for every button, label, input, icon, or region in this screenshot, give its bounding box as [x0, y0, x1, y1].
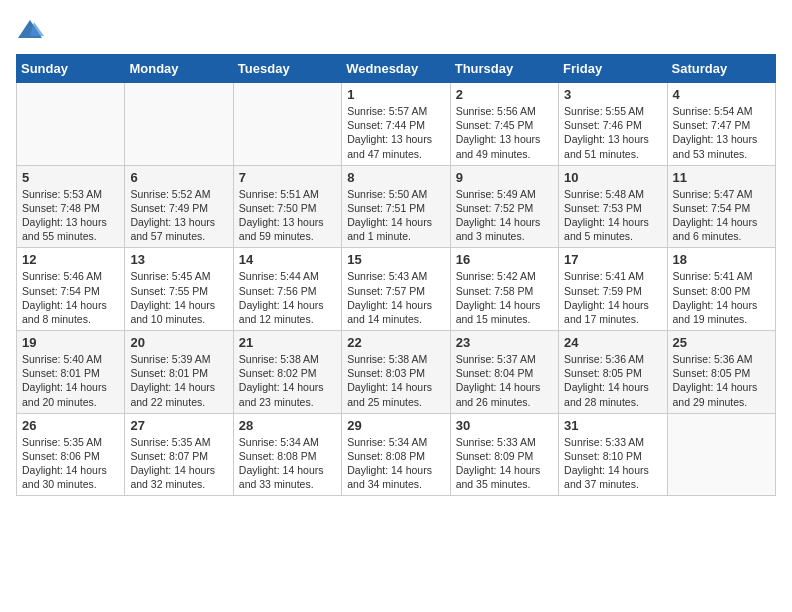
calendar-cell: 21Sunrise: 5:38 AM Sunset: 8:02 PM Dayli…: [233, 331, 341, 414]
day-info: Sunrise: 5:40 AM Sunset: 8:01 PM Dayligh…: [22, 352, 119, 409]
calendar-cell: 22Sunrise: 5:38 AM Sunset: 8:03 PM Dayli…: [342, 331, 450, 414]
day-number: 10: [564, 170, 661, 185]
day-number: 20: [130, 335, 227, 350]
calendar-week-row: 5Sunrise: 5:53 AM Sunset: 7:48 PM Daylig…: [17, 165, 776, 248]
day-number: 12: [22, 252, 119, 267]
calendar-cell: 30Sunrise: 5:33 AM Sunset: 8:09 PM Dayli…: [450, 413, 558, 496]
day-number: 9: [456, 170, 553, 185]
weekday-header-wednesday: Wednesday: [342, 55, 450, 83]
day-number: 16: [456, 252, 553, 267]
weekday-header-saturday: Saturday: [667, 55, 775, 83]
day-number: 2: [456, 87, 553, 102]
weekday-header-row: SundayMondayTuesdayWednesdayThursdayFrid…: [17, 55, 776, 83]
calendar-cell: 12Sunrise: 5:46 AM Sunset: 7:54 PM Dayli…: [17, 248, 125, 331]
day-info: Sunrise: 5:43 AM Sunset: 7:57 PM Dayligh…: [347, 269, 444, 326]
day-info: Sunrise: 5:35 AM Sunset: 8:06 PM Dayligh…: [22, 435, 119, 492]
day-number: 8: [347, 170, 444, 185]
day-number: 25: [673, 335, 770, 350]
calendar-cell: 1Sunrise: 5:57 AM Sunset: 7:44 PM Daylig…: [342, 83, 450, 166]
calendar-cell: 20Sunrise: 5:39 AM Sunset: 8:01 PM Dayli…: [125, 331, 233, 414]
day-info: Sunrise: 5:44 AM Sunset: 7:56 PM Dayligh…: [239, 269, 336, 326]
day-number: 24: [564, 335, 661, 350]
calendar-cell: [125, 83, 233, 166]
day-info: Sunrise: 5:52 AM Sunset: 7:49 PM Dayligh…: [130, 187, 227, 244]
day-number: 7: [239, 170, 336, 185]
calendar: SundayMondayTuesdayWednesdayThursdayFrid…: [16, 54, 776, 496]
weekday-header-sunday: Sunday: [17, 55, 125, 83]
calendar-cell: 19Sunrise: 5:40 AM Sunset: 8:01 PM Dayli…: [17, 331, 125, 414]
calendar-cell: 7Sunrise: 5:51 AM Sunset: 7:50 PM Daylig…: [233, 165, 341, 248]
day-number: 5: [22, 170, 119, 185]
day-number: 17: [564, 252, 661, 267]
day-info: Sunrise: 5:42 AM Sunset: 7:58 PM Dayligh…: [456, 269, 553, 326]
day-info: Sunrise: 5:41 AM Sunset: 8:00 PM Dayligh…: [673, 269, 770, 326]
calendar-cell: 26Sunrise: 5:35 AM Sunset: 8:06 PM Dayli…: [17, 413, 125, 496]
weekday-header-thursday: Thursday: [450, 55, 558, 83]
calendar-cell: 16Sunrise: 5:42 AM Sunset: 7:58 PM Dayli…: [450, 248, 558, 331]
day-info: Sunrise: 5:50 AM Sunset: 7:51 PM Dayligh…: [347, 187, 444, 244]
day-number: 27: [130, 418, 227, 433]
calendar-cell: [17, 83, 125, 166]
day-info: Sunrise: 5:33 AM Sunset: 8:09 PM Dayligh…: [456, 435, 553, 492]
calendar-cell: 3Sunrise: 5:55 AM Sunset: 7:46 PM Daylig…: [559, 83, 667, 166]
day-info: Sunrise: 5:45 AM Sunset: 7:55 PM Dayligh…: [130, 269, 227, 326]
page-header: [16, 16, 776, 44]
day-number: 26: [22, 418, 119, 433]
logo: [16, 16, 48, 44]
day-number: 28: [239, 418, 336, 433]
calendar-cell: 23Sunrise: 5:37 AM Sunset: 8:04 PM Dayli…: [450, 331, 558, 414]
calendar-week-row: 19Sunrise: 5:40 AM Sunset: 8:01 PM Dayli…: [17, 331, 776, 414]
calendar-week-row: 26Sunrise: 5:35 AM Sunset: 8:06 PM Dayli…: [17, 413, 776, 496]
day-info: Sunrise: 5:41 AM Sunset: 7:59 PM Dayligh…: [564, 269, 661, 326]
day-number: 19: [22, 335, 119, 350]
calendar-cell: 25Sunrise: 5:36 AM Sunset: 8:05 PM Dayli…: [667, 331, 775, 414]
calendar-cell: 28Sunrise: 5:34 AM Sunset: 8:08 PM Dayli…: [233, 413, 341, 496]
calendar-cell: 8Sunrise: 5:50 AM Sunset: 7:51 PM Daylig…: [342, 165, 450, 248]
calendar-cell: 6Sunrise: 5:52 AM Sunset: 7:49 PM Daylig…: [125, 165, 233, 248]
day-number: 1: [347, 87, 444, 102]
day-info: Sunrise: 5:34 AM Sunset: 8:08 PM Dayligh…: [239, 435, 336, 492]
weekday-header-monday: Monday: [125, 55, 233, 83]
day-info: Sunrise: 5:53 AM Sunset: 7:48 PM Dayligh…: [22, 187, 119, 244]
day-info: Sunrise: 5:55 AM Sunset: 7:46 PM Dayligh…: [564, 104, 661, 161]
weekday-header-tuesday: Tuesday: [233, 55, 341, 83]
day-number: 22: [347, 335, 444, 350]
day-info: Sunrise: 5:39 AM Sunset: 8:01 PM Dayligh…: [130, 352, 227, 409]
day-number: 6: [130, 170, 227, 185]
day-info: Sunrise: 5:35 AM Sunset: 8:07 PM Dayligh…: [130, 435, 227, 492]
day-info: Sunrise: 5:47 AM Sunset: 7:54 PM Dayligh…: [673, 187, 770, 244]
calendar-cell: 31Sunrise: 5:33 AM Sunset: 8:10 PM Dayli…: [559, 413, 667, 496]
calendar-cell: 27Sunrise: 5:35 AM Sunset: 8:07 PM Dayli…: [125, 413, 233, 496]
day-number: 30: [456, 418, 553, 433]
calendar-week-row: 1Sunrise: 5:57 AM Sunset: 7:44 PM Daylig…: [17, 83, 776, 166]
day-number: 15: [347, 252, 444, 267]
day-info: Sunrise: 5:54 AM Sunset: 7:47 PM Dayligh…: [673, 104, 770, 161]
day-info: Sunrise: 5:36 AM Sunset: 8:05 PM Dayligh…: [564, 352, 661, 409]
calendar-cell: 9Sunrise: 5:49 AM Sunset: 7:52 PM Daylig…: [450, 165, 558, 248]
day-number: 11: [673, 170, 770, 185]
day-number: 21: [239, 335, 336, 350]
calendar-cell: 10Sunrise: 5:48 AM Sunset: 7:53 PM Dayli…: [559, 165, 667, 248]
day-info: Sunrise: 5:36 AM Sunset: 8:05 PM Dayligh…: [673, 352, 770, 409]
day-info: Sunrise: 5:49 AM Sunset: 7:52 PM Dayligh…: [456, 187, 553, 244]
calendar-cell: 24Sunrise: 5:36 AM Sunset: 8:05 PM Dayli…: [559, 331, 667, 414]
calendar-week-row: 12Sunrise: 5:46 AM Sunset: 7:54 PM Dayli…: [17, 248, 776, 331]
day-info: Sunrise: 5:37 AM Sunset: 8:04 PM Dayligh…: [456, 352, 553, 409]
day-info: Sunrise: 5:38 AM Sunset: 8:03 PM Dayligh…: [347, 352, 444, 409]
day-number: 31: [564, 418, 661, 433]
calendar-cell: 2Sunrise: 5:56 AM Sunset: 7:45 PM Daylig…: [450, 83, 558, 166]
day-info: Sunrise: 5:34 AM Sunset: 8:08 PM Dayligh…: [347, 435, 444, 492]
calendar-cell: 15Sunrise: 5:43 AM Sunset: 7:57 PM Dayli…: [342, 248, 450, 331]
calendar-cell: 18Sunrise: 5:41 AM Sunset: 8:00 PM Dayli…: [667, 248, 775, 331]
day-number: 3: [564, 87, 661, 102]
calendar-cell: 5Sunrise: 5:53 AM Sunset: 7:48 PM Daylig…: [17, 165, 125, 248]
weekday-header-friday: Friday: [559, 55, 667, 83]
day-info: Sunrise: 5:51 AM Sunset: 7:50 PM Dayligh…: [239, 187, 336, 244]
calendar-cell: 14Sunrise: 5:44 AM Sunset: 7:56 PM Dayli…: [233, 248, 341, 331]
calendar-cell: 17Sunrise: 5:41 AM Sunset: 7:59 PM Dayli…: [559, 248, 667, 331]
day-info: Sunrise: 5:57 AM Sunset: 7:44 PM Dayligh…: [347, 104, 444, 161]
day-info: Sunrise: 5:38 AM Sunset: 8:02 PM Dayligh…: [239, 352, 336, 409]
logo-icon: [16, 16, 44, 44]
calendar-cell: 29Sunrise: 5:34 AM Sunset: 8:08 PM Dayli…: [342, 413, 450, 496]
day-number: 23: [456, 335, 553, 350]
